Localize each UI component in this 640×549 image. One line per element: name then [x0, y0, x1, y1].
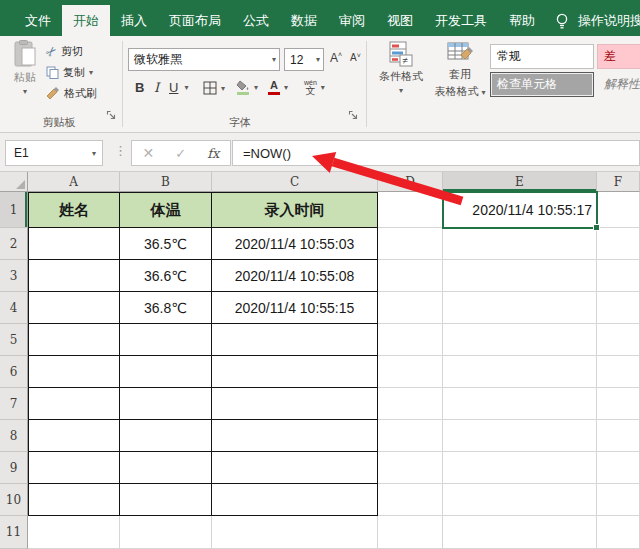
tab-页面布局[interactable]: 页面布局 — [158, 5, 232, 36]
cell-E8[interactable] — [443, 420, 597, 452]
cell-B9[interactable] — [120, 452, 212, 484]
cell-D6[interactable] — [378, 356, 443, 388]
cell-F2[interactable] — [597, 228, 640, 260]
cell-D11[interactable] — [378, 516, 443, 549]
cell-D3[interactable] — [378, 260, 443, 292]
cell-E1[interactable]: 2020/11/4 10:55:17 — [443, 192, 597, 228]
cell-A2[interactable] — [28, 228, 120, 260]
column-header-B[interactable]: B — [120, 172, 212, 192]
tab-公式[interactable]: 公式 — [232, 5, 280, 36]
borders-button[interactable]: ▾ — [203, 81, 225, 95]
cell-C6[interactable] — [212, 356, 378, 388]
tab-视图[interactable]: 视图 — [376, 5, 424, 36]
bold-button[interactable]: B — [132, 80, 147, 95]
underline-button[interactable]: U ▾ — [167, 80, 188, 95]
cell-A4[interactable] — [28, 292, 120, 324]
clipboard-dialog-launcher-icon[interactable] — [106, 110, 118, 122]
cell-F6[interactable] — [597, 356, 640, 388]
cell-F1[interactable] — [597, 192, 640, 228]
italic-button[interactable]: I — [151, 80, 162, 95]
cell-C11[interactable] — [212, 516, 378, 549]
cell-D4[interactable] — [378, 292, 443, 324]
cell-C9[interactable] — [212, 452, 378, 484]
phonetic-guide-button[interactable]: wén 文 ▾ — [304, 79, 325, 96]
tab-开发工具[interactable]: 开发工具 — [424, 5, 498, 36]
tell-me-box[interactable]: 操作说明搜索 — [546, 5, 640, 36]
row-header-2[interactable]: 2 — [0, 228, 28, 260]
row-header-4[interactable]: 4 — [0, 292, 28, 324]
cell-A5[interactable] — [28, 324, 120, 356]
row-header-8[interactable]: 8 — [0, 420, 28, 452]
cell-F3[interactable] — [597, 260, 640, 292]
paste-button[interactable]: 粘贴 ▾ — [6, 40, 44, 104]
cell-C2[interactable]: 2020/11/4 10:55:03 — [212, 228, 378, 260]
name-box[interactable]: E1 ▾ — [5, 140, 103, 166]
cell-D5[interactable] — [378, 324, 443, 356]
column-header-E[interactable]: E — [443, 172, 597, 192]
cell-F11[interactable] — [597, 516, 640, 549]
cell-B8[interactable] — [120, 420, 212, 452]
cell-B10[interactable] — [120, 484, 212, 516]
cancel-icon[interactable]: ✕ — [143, 145, 155, 161]
tab-数据[interactable]: 数据 — [280, 5, 328, 36]
insert-function-icon[interactable]: fx — [207, 146, 219, 161]
cell-A6[interactable] — [28, 356, 120, 388]
row-header-6[interactable]: 6 — [0, 356, 28, 388]
cell-E4[interactable] — [443, 292, 597, 324]
select-all-corner[interactable] — [0, 172, 28, 192]
cell-A9[interactable] — [28, 452, 120, 484]
cell-style-normal[interactable]: 常规 — [490, 44, 594, 69]
cell-D10[interactable] — [378, 484, 443, 516]
cell-F9[interactable] — [597, 452, 640, 484]
cut-button[interactable]: ✂ 剪切 — [46, 44, 83, 59]
tab-插入[interactable]: 插入 — [110, 5, 158, 36]
cell-A11[interactable] — [28, 516, 120, 549]
cell-C1[interactable]: 录入时间 — [212, 192, 378, 228]
cell-D9[interactable] — [378, 452, 443, 484]
cell-B6[interactable] — [120, 356, 212, 388]
font-size-combo[interactable]: 12 ▾ — [284, 48, 324, 71]
cell-D1[interactable] — [378, 192, 443, 228]
tab-文件[interactable]: 文件 — [14, 5, 62, 36]
cell-E7[interactable] — [443, 388, 597, 420]
cell-B5[interactable] — [120, 324, 212, 356]
cell-E6[interactable] — [443, 356, 597, 388]
row-header-5[interactable]: 5 — [0, 324, 28, 356]
cell-E9[interactable] — [443, 452, 597, 484]
column-header-A[interactable]: A — [28, 172, 120, 192]
cell-F5[interactable] — [597, 324, 640, 356]
cell-A3[interactable] — [28, 260, 120, 292]
cell-B7[interactable] — [120, 388, 212, 420]
cell-D8[interactable] — [378, 420, 443, 452]
tab-审阅[interactable]: 审阅 — [328, 5, 376, 36]
row-header-3[interactable]: 3 — [0, 260, 28, 292]
cell-B1[interactable]: 体温 — [120, 192, 212, 228]
cell-B11[interactable] — [120, 516, 212, 549]
cell-F10[interactable] — [597, 484, 640, 516]
row-header-9[interactable]: 9 — [0, 452, 28, 484]
font-dialog-launcher-icon[interactable] — [348, 110, 360, 122]
cell-C10[interactable] — [212, 484, 378, 516]
cell-style-bad[interactable]: 差 — [597, 44, 640, 69]
cell-E5[interactable] — [443, 324, 597, 356]
column-header-D[interactable]: D — [378, 172, 443, 192]
enter-icon[interactable]: ✓ — [175, 146, 186, 161]
conditional-formatting-button[interactable]: ≠ 条件格式 ▾ — [372, 41, 430, 107]
cell-B2[interactable]: 36.5℃ — [120, 228, 212, 260]
fill-color-button[interactable]: ▾ — [236, 80, 258, 95]
font-name-combo[interactable]: 微软雅黑 ▾ — [128, 48, 280, 71]
cell-E11[interactable] — [443, 516, 597, 549]
decrease-font-button[interactable]: A˅ — [350, 52, 361, 63]
row-header-11[interactable]: 11 — [0, 516, 28, 549]
cell-D2[interactable] — [378, 228, 443, 260]
cell-D7[interactable] — [378, 388, 443, 420]
cell-style-check[interactable]: 检查单元格 — [490, 72, 594, 97]
cell-C3[interactable]: 2020/11/4 10:55:08 — [212, 260, 378, 292]
cell-F7[interactable] — [597, 388, 640, 420]
format-as-table-button[interactable]: 套用 表格格式 ▾ — [432, 41, 488, 107]
cell-C5[interactable] — [212, 324, 378, 356]
cell-F8[interactable] — [597, 420, 640, 452]
row-header-1[interactable]: 1 — [0, 192, 28, 228]
cell-A1[interactable]: 姓名 — [28, 192, 120, 228]
cell-A8[interactable] — [28, 420, 120, 452]
